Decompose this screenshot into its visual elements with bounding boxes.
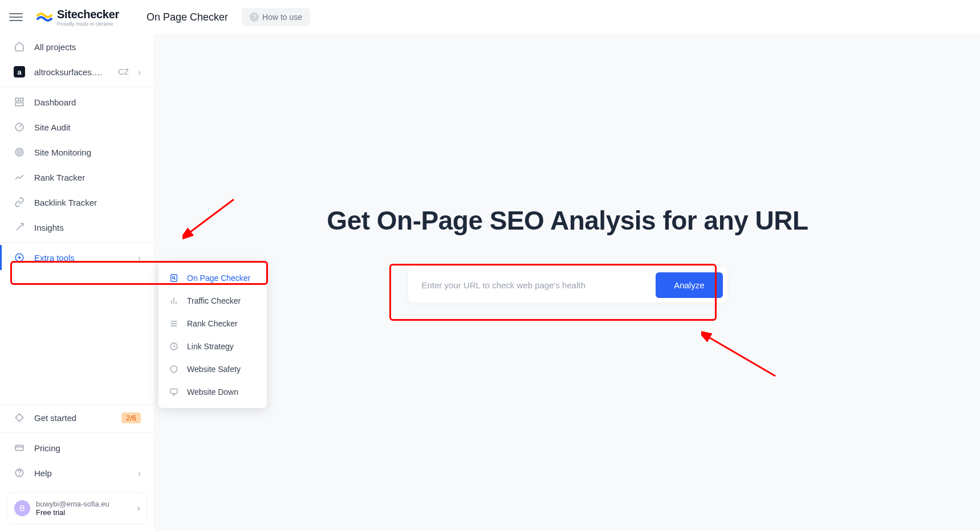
all-projects-label: All projects bbox=[34, 42, 141, 52]
submenu-rank-checker[interactable]: Rank Checker bbox=[158, 312, 267, 335]
card-icon bbox=[14, 442, 25, 454]
brand-subtitle: Proudly made in Ukraine bbox=[57, 21, 119, 27]
sidebar-item-label: Dashboard bbox=[34, 97, 141, 107]
sidebar-item-label: Site Monitoring bbox=[34, 148, 141, 157]
sidebar-item-label: Rank Tracker bbox=[34, 173, 141, 182]
how-to-use-label: How to use bbox=[262, 13, 302, 22]
sidebar-item-label: Extra tools bbox=[34, 253, 129, 263]
help-icon: ? bbox=[250, 13, 259, 22]
page-title: On Page Checker bbox=[147, 11, 228, 23]
wand-icon bbox=[14, 222, 25, 233]
sidebar-item-label: Site Audit bbox=[34, 122, 141, 132]
svg-rect-0 bbox=[15, 98, 18, 101]
bar-chart-icon bbox=[169, 296, 179, 306]
link-icon bbox=[14, 197, 25, 208]
analyze-button[interactable]: Analyze bbox=[656, 272, 722, 298]
sidebar: All projects a altrocksurfaces.co... CZ … bbox=[0, 34, 155, 531]
project-icon: a bbox=[14, 66, 25, 77]
extra-tools-submenu: On Page Checker Traffic Checker Rank Che… bbox=[158, 262, 267, 408]
top-bar: Sitechecker Proudly made in Ukraine On P… bbox=[0, 0, 980, 34]
svg-point-10 bbox=[19, 475, 20, 475]
submenu-label: Website Safety bbox=[187, 365, 241, 374]
list-icon bbox=[169, 318, 179, 329]
chevron-right-icon: › bbox=[138, 253, 141, 263]
sidebar-item-site-monitoring[interactable]: Site Monitoring bbox=[0, 140, 154, 165]
main-content: Get On-Page SEO Analysis for any URL Ana… bbox=[155, 34, 980, 531]
project-name: altrocksurfaces.co... bbox=[34, 67, 107, 77]
divider bbox=[0, 242, 154, 243]
page-search-icon bbox=[169, 273, 179, 283]
sidebar-pricing[interactable]: Pricing bbox=[0, 435, 154, 460]
brand-logo[interactable]: Sitechecker Proudly made in Ukraine bbox=[36, 8, 119, 27]
sidebar-item-backlink-tracker[interactable]: Backlink Tracker bbox=[0, 190, 154, 215]
sidebar-item-extra-tools[interactable]: Extra tools › bbox=[0, 245, 154, 270]
sidebar-item-dashboard[interactable]: Dashboard bbox=[0, 89, 154, 115]
sidebar-current-project[interactable]: a altrocksurfaces.co... CZ › bbox=[0, 59, 154, 84]
radar-icon bbox=[14, 146, 25, 158]
plus-circle-icon bbox=[14, 252, 25, 263]
gauge-icon bbox=[14, 121, 25, 133]
progress-badge: 2/6 bbox=[121, 412, 141, 423]
avatar: B bbox=[14, 500, 30, 516]
sidebar-get-started[interactable]: Get started 2/6 bbox=[0, 405, 154, 430]
user-account-card[interactable]: B buwybi@ema-sofia.eu Free trial › bbox=[7, 492, 148, 524]
svg-rect-13 bbox=[170, 389, 177, 394]
user-email: buwybi@ema-sofia.eu bbox=[36, 500, 132, 508]
get-started-label: Get started bbox=[34, 413, 112, 423]
chevron-right-icon: › bbox=[138, 468, 141, 478]
shield-icon bbox=[169, 364, 179, 374]
sidebar-item-label: Backlink Tracker bbox=[34, 198, 141, 207]
submenu-label: On Page Checker bbox=[187, 273, 250, 283]
svg-rect-8 bbox=[15, 446, 23, 451]
sidebar-item-label: Insights bbox=[34, 223, 141, 232]
submenu-label: Website Down bbox=[187, 387, 238, 397]
sidebar-item-insights[interactable]: Insights bbox=[0, 215, 154, 240]
project-country: CZ bbox=[118, 67, 129, 76]
diamond-icon bbox=[14, 412, 25, 423]
menu-toggle[interactable] bbox=[9, 10, 23, 24]
chevron-right-icon: › bbox=[137, 503, 140, 513]
submenu-link-strategy[interactable]: Link Strategy bbox=[158, 335, 267, 358]
submenu-on-page-checker[interactable]: On Page Checker bbox=[158, 267, 267, 289]
pricing-label: Pricing bbox=[34, 443, 141, 453]
svg-rect-1 bbox=[21, 98, 23, 101]
submenu-label: Rank Checker bbox=[187, 319, 238, 328]
divider bbox=[0, 87, 154, 87]
history-icon bbox=[169, 341, 179, 352]
home-icon bbox=[14, 41, 25, 52]
help-circle-icon bbox=[14, 467, 25, 479]
user-plan: Free trial bbox=[36, 508, 132, 517]
sidebar-all-projects[interactable]: All projects bbox=[0, 34, 154, 59]
submenu-label: Link Strategy bbox=[187, 342, 234, 351]
sidebar-item-rank-tracker[interactable]: Rank Tracker bbox=[0, 165, 154, 190]
svg-rect-2 bbox=[15, 103, 23, 106]
sidebar-item-site-audit[interactable]: Site Audit bbox=[0, 115, 154, 140]
help-label: Help bbox=[34, 468, 129, 478]
divider bbox=[0, 432, 154, 433]
submenu-website-safety[interactable]: Website Safety bbox=[158, 358, 267, 381]
url-search-box: Analyze bbox=[408, 268, 727, 303]
monitor-icon bbox=[169, 387, 179, 397]
trend-icon bbox=[14, 171, 25, 183]
dashboard-icon bbox=[14, 96, 25, 108]
url-input[interactable] bbox=[413, 272, 656, 298]
submenu-website-down[interactable]: Website Down bbox=[158, 381, 267, 403]
logo-mark-icon bbox=[36, 11, 52, 23]
sidebar-help[interactable]: Help › bbox=[0, 460, 154, 485]
how-to-use-button[interactable]: ? How to use bbox=[242, 8, 310, 26]
svg-point-6 bbox=[19, 152, 20, 153]
chevron-right-icon: › bbox=[138, 67, 141, 77]
svg-rect-11 bbox=[171, 275, 177, 281]
submenu-label: Traffic Checker bbox=[187, 296, 241, 305]
brand-title: Sitechecker bbox=[57, 8, 119, 21]
submenu-traffic-checker[interactable]: Traffic Checker bbox=[158, 289, 267, 312]
hero-title: Get On-Page SEO Analysis for any URL bbox=[155, 205, 980, 236]
